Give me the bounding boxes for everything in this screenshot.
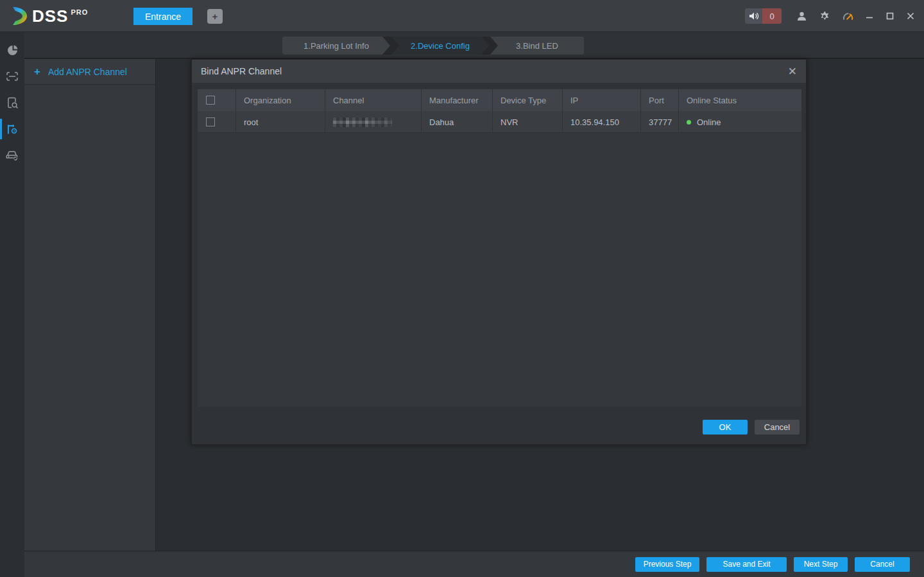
previous-step-button[interactable]: Previous Step <box>635 557 699 572</box>
cell-device-type: NVR <box>493 111 563 133</box>
cell-online-status: Online <box>679 111 801 133</box>
select-all-checkbox[interactable] <box>206 96 215 105</box>
ok-button[interactable]: OK <box>703 420 748 435</box>
step-bind-led[interactable]: 3.Bind LED <box>490 37 584 55</box>
wizard-steps: 1.Parking Lot Info 2.Device Config 3.Bin… <box>282 37 584 55</box>
row-select-cell <box>198 111 236 133</box>
alarm-center[interactable]: 0 <box>745 8 782 24</box>
select-all-cell <box>198 89 236 111</box>
col-channel: Channel <box>325 89 422 111</box>
table-row[interactable]: root Dahua NVR 10.35.94.150 37777 Online <box>198 111 801 133</box>
anpr-channel-table: Organization Channel Manufacturer Device… <box>198 89 801 407</box>
add-anpr-channel-label: Add ANPR Channel <box>48 67 127 77</box>
left-icon-sidebar <box>0 32 24 577</box>
col-online-status: Online Status <box>679 89 801 111</box>
dialog-cancel-button[interactable]: Cancel <box>755 420 800 435</box>
next-step-button[interactable]: Next Step <box>794 557 848 572</box>
dss-logo: DSS PRO <box>12 6 88 26</box>
cell-ip: 10.35.94.150 <box>563 111 641 133</box>
plus-icon: + <box>34 65 40 78</box>
plus-icon: + <box>212 11 218 22</box>
channel-list-panel: + Add ANPR Channel <box>24 59 156 551</box>
wizard-cancel-button[interactable]: Cancel <box>855 557 910 572</box>
sidebar-item-record-search[interactable] <box>0 90 24 116</box>
wizard-footer-bar: Previous Step Save and Exit Next Step Ca… <box>24 551 924 577</box>
dss-logo-icon <box>12 6 29 26</box>
sidebar-item-entrance-config[interactable] <box>0 116 24 142</box>
online-status-text: Online <box>697 117 721 127</box>
pie-chart-icon <box>6 44 19 56</box>
vehicle-sync-icon <box>6 150 19 162</box>
table-header-row: Organization Channel Manufacturer Device… <box>198 89 801 111</box>
col-manufacturer: Manufacturer <box>422 89 493 111</box>
user-icon[interactable] <box>794 9 809 23</box>
record-search-icon <box>6 97 19 109</box>
step-label: 2.Device Config <box>411 41 470 51</box>
row-checkbox[interactable] <box>206 117 215 126</box>
close-button[interactable] <box>905 10 916 22</box>
alarm-count-badge: 0 <box>762 8 782 24</box>
logo-pro-label: PRO <box>71 8 88 16</box>
col-port: Port <box>641 89 679 111</box>
col-device-type: Device Type <box>493 89 563 111</box>
tab-entrance-label: Entrance <box>145 12 181 22</box>
dss-pro-window: DSS PRO Entrance + 0 <box>0 0 924 577</box>
online-status-dot <box>687 120 691 125</box>
step-device-config-active[interactable]: 2.Device Config <box>391 37 489 55</box>
bind-anpr-channel-dialog: Bind ANPR Channel ✕ Organization Channel… <box>191 59 807 445</box>
channel-redacted-blur <box>333 117 392 127</box>
add-tab-button[interactable]: + <box>207 9 223 24</box>
dialog-title: Bind ANPR Channel <box>201 66 282 76</box>
step-label: 1.Parking Lot Info <box>304 41 369 51</box>
col-ip: IP <box>563 89 641 111</box>
cell-port: 37777 <box>641 111 679 133</box>
speaker-icon <box>745 8 762 24</box>
step-label: 3.Bind LED <box>516 41 558 51</box>
wizard-steps-bar: 1.Parking Lot Info 2.Device Config 3.Bin… <box>0 32 924 59</box>
topbar-right-icons: 0 <box>745 0 916 32</box>
logo-text: DSS <box>32 6 68 26</box>
tab-entrance[interactable]: Entrance <box>133 8 193 25</box>
dialog-title-bar: Bind ANPR Channel ✕ <box>192 60 806 83</box>
cell-channel <box>325 111 422 133</box>
add-anpr-channel-button[interactable]: + Add ANPR Channel <box>24 59 155 85</box>
barrier-gate-icon <box>6 123 19 135</box>
step-parking-lot-info[interactable]: 1.Parking Lot Info <box>282 37 390 55</box>
col-organization: Organization <box>236 89 325 111</box>
minimize-button[interactable] <box>864 10 875 22</box>
topbar: DSS PRO Entrance + 0 <box>0 0 924 32</box>
sidebar-item-statistics[interactable] <box>0 37 24 63</box>
cell-manufacturer: Dahua <box>422 111 493 133</box>
settings-gear-icon[interactable] <box>817 9 832 23</box>
dashboard-gauge-icon[interactable] <box>841 9 855 23</box>
dialog-close-icon[interactable]: ✕ <box>788 66 797 77</box>
sidebar-item-vehicle-management[interactable] <box>0 142 24 168</box>
sidebar-item-plate-recognition[interactable] <box>0 64 24 89</box>
plate-scan-icon <box>6 71 19 82</box>
cell-organization: root <box>236 111 325 133</box>
dialog-buttons: OK Cancel <box>703 420 800 435</box>
save-and-exit-button[interactable]: Save and Exit <box>706 557 787 572</box>
maximize-button[interactable] <box>884 10 896 22</box>
